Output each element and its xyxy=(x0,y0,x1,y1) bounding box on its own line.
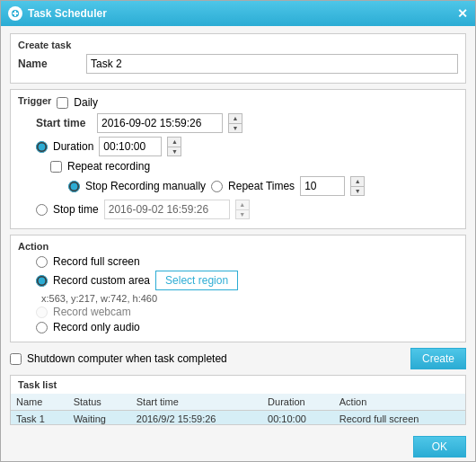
trigger-header-row: Trigger Daily xyxy=(18,95,458,110)
app-icon xyxy=(8,6,22,21)
record-webcam-row: Record webcam xyxy=(36,306,458,318)
st-spin-up[interactable]: ▲ xyxy=(236,200,249,210)
stop-manually-radio[interactable] xyxy=(68,181,80,192)
start-time-row: Start time ▲ ▼ xyxy=(36,113,458,133)
repeat-times-spinner[interactable]: ▲ ▼ xyxy=(350,176,365,196)
close-button[interactable]: ✕ xyxy=(457,7,468,20)
row-duration: 00:10:00 xyxy=(262,411,334,426)
name-label: Name xyxy=(18,58,81,70)
shutdown-label: Shutdown computer when task completed xyxy=(27,352,227,365)
record-only-audio-row: Record only audio xyxy=(36,321,458,333)
record-custom-area-radio[interactable] xyxy=(36,275,48,287)
main-window: Task Scheduler ✕ Create task Name Trigge… xyxy=(0,0,476,462)
st-spin-down[interactable]: ▼ xyxy=(236,210,249,219)
shutdown-row: Shutdown computer when task completed xyxy=(10,352,227,365)
record-custom-area-row: Record custom area Select region xyxy=(36,271,458,290)
row-name: Task 1 xyxy=(11,411,68,426)
start-time-input[interactable] xyxy=(97,113,223,133)
repeat-times-input[interactable] xyxy=(300,176,345,196)
create-task-label: Create task xyxy=(18,40,458,50)
col-duration: Duration xyxy=(262,394,334,411)
stop-time-spinner[interactable]: ▲ ▼ xyxy=(235,200,250,219)
svg-rect-2 xyxy=(13,13,18,14)
record-full-screen-radio[interactable] xyxy=(36,256,48,268)
trigger-section: Trigger Daily Start time ▲ ▼ Duration ▲ … xyxy=(10,89,466,229)
record-webcam-radio[interactable] xyxy=(36,307,48,318)
ok-button[interactable]: OK xyxy=(413,436,466,458)
record-only-audio-label: Record only audio xyxy=(53,321,140,333)
task-list-header: Task list xyxy=(11,376,465,394)
record-full-screen-row: Record full screen xyxy=(36,255,458,268)
repeat-times-label: Repeat Times xyxy=(228,180,295,192)
col-start-time: Start time xyxy=(131,394,262,411)
region-coords: x:563, y:217, w:742, h:460 xyxy=(41,293,458,304)
col-name: Name xyxy=(11,394,68,411)
task-list-section: Task list Name Status Start time Duratio… xyxy=(10,375,466,425)
rt-spin-up[interactable]: ▲ xyxy=(351,177,364,187)
stop-time-radio[interactable] xyxy=(36,204,48,216)
duration-label: Duration xyxy=(53,140,93,153)
stop-repeat-row: Stop Recording manually Repeat Times ▲ ▼ xyxy=(68,176,458,196)
stop-time-row: Stop time ▲ ▼ xyxy=(36,200,458,219)
shutdown-checkbox[interactable] xyxy=(10,353,22,365)
action-section: Action Record full screen Record custom … xyxy=(10,235,466,342)
window-title: Task Scheduler xyxy=(28,7,457,20)
trigger-label: Trigger xyxy=(18,95,51,106)
record-webcam-label: Record webcam xyxy=(53,306,131,318)
repeat-recording-row: Repeat recording xyxy=(50,160,458,173)
repeat-recording-checkbox[interactable] xyxy=(50,161,62,173)
col-action: Action xyxy=(334,394,465,411)
spin-up-icon[interactable]: ▲ xyxy=(229,114,242,124)
stop-manually-label: Stop Recording manually xyxy=(85,180,206,192)
duration-spin-up[interactable]: ▲ xyxy=(168,138,181,147)
spin-down-icon[interactable]: ▼ xyxy=(229,124,242,133)
stop-time-label: Stop time xyxy=(53,203,99,216)
start-time-spinner[interactable]: ▲ ▼ xyxy=(228,113,242,133)
title-bar: Task Scheduler ✕ xyxy=(1,1,475,26)
start-time-label: Start time xyxy=(36,117,92,129)
main-content: Create task Name Trigger Daily Start tim… xyxy=(1,26,475,432)
create-button[interactable]: Create xyxy=(410,348,466,369)
create-task-section: Create task Name xyxy=(10,33,466,84)
duration-spin-down[interactable]: ▼ xyxy=(168,147,181,156)
duration-spinner[interactable]: ▲ ▼ xyxy=(167,137,181,156)
name-input[interactable] xyxy=(86,54,458,74)
rt-spin-down[interactable]: ▼ xyxy=(351,187,364,196)
record-custom-area-label: Record custom area xyxy=(53,274,150,287)
stop-time-input[interactable] xyxy=(104,200,230,219)
footer: OK xyxy=(1,432,475,461)
select-region-button[interactable]: Select region xyxy=(155,271,238,290)
repeat-times-radio[interactable] xyxy=(211,181,223,192)
record-full-screen-label: Record full screen xyxy=(53,255,140,268)
action-label: Action xyxy=(18,241,458,252)
row-status: Waiting xyxy=(68,411,131,426)
row-action: Record full screen xyxy=(334,411,465,426)
col-status: Status xyxy=(68,394,131,411)
duration-row: Duration ▲ ▼ xyxy=(36,137,458,156)
daily-label: Daily xyxy=(74,96,98,109)
duration-input[interactable] xyxy=(99,137,162,156)
duration-radio[interactable] xyxy=(36,141,48,153)
table-header-row: Name Status Start time Duration Action xyxy=(11,394,465,411)
task-table: Name Status Start time Duration Action T… xyxy=(11,394,465,425)
bottom-controls: Shutdown computer when task completed Cr… xyxy=(10,348,466,369)
name-row: Name xyxy=(18,54,458,74)
daily-checkbox[interactable] xyxy=(57,97,68,109)
record-only-audio-radio[interactable] xyxy=(36,322,48,333)
row-start-time: 2016/9/2 15:59:26 xyxy=(131,411,262,426)
table-row: Task 1 Waiting 2016/9/2 15:59:26 00:10:0… xyxy=(11,411,465,426)
repeat-recording-label: Repeat recording xyxy=(67,160,150,173)
